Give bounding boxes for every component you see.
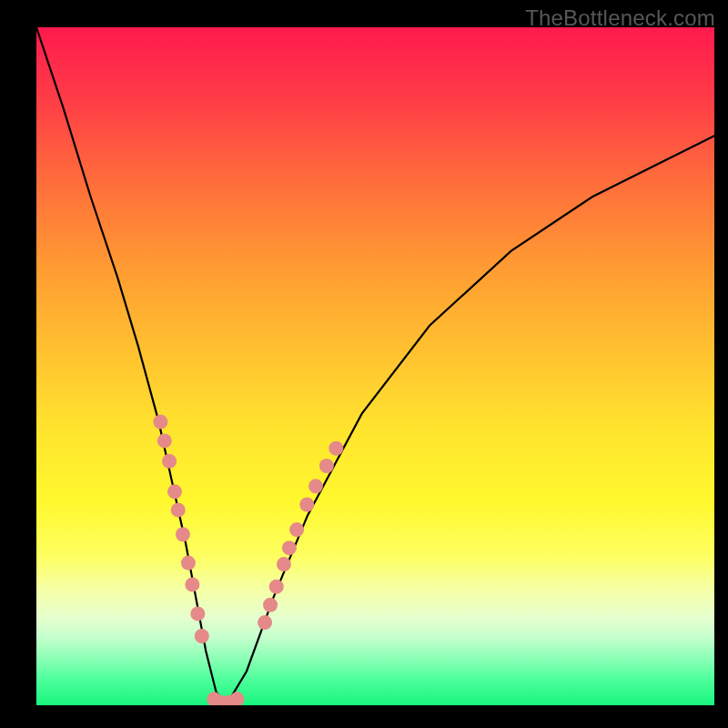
data-marker bbox=[299, 497, 314, 511]
data-marker bbox=[263, 598, 278, 612]
data-marker bbox=[230, 692, 245, 705]
data-marker bbox=[171, 502, 186, 517]
bottleneck-curve bbox=[36, 27, 714, 705]
data-marker bbox=[176, 527, 190, 541]
data-marker bbox=[289, 522, 304, 537]
data-marker bbox=[329, 441, 343, 456]
data-marker bbox=[269, 580, 284, 594]
data-marker bbox=[277, 557, 291, 571]
data-marker bbox=[181, 556, 196, 571]
data-marker bbox=[167, 484, 182, 499]
data-markers bbox=[153, 415, 343, 705]
chart-plot-area bbox=[36, 27, 714, 705]
data-marker bbox=[153, 415, 167, 430]
data-marker bbox=[185, 577, 199, 592]
data-marker bbox=[190, 606, 205, 621]
data-marker bbox=[195, 629, 209, 643]
data-marker bbox=[258, 615, 272, 630]
watermark-text: TheBottleneck.com bbox=[525, 5, 715, 31]
data-marker bbox=[222, 695, 237, 705]
data-marker bbox=[214, 695, 228, 705]
chart-svg bbox=[36, 27, 714, 705]
data-marker bbox=[319, 459, 334, 473]
data-marker bbox=[282, 541, 297, 555]
data-marker bbox=[162, 454, 177, 469]
data-marker bbox=[207, 692, 221, 705]
data-marker bbox=[157, 433, 172, 448]
data-marker bbox=[308, 479, 323, 493]
